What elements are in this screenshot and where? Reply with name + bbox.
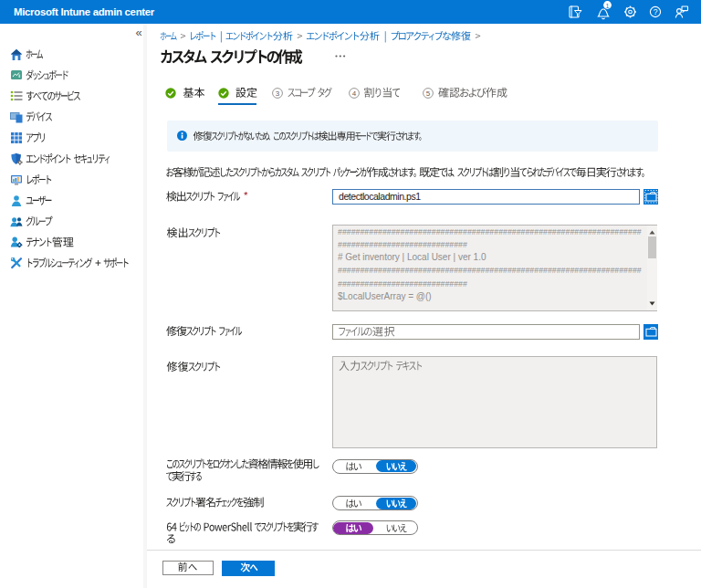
svg-text:4: 4 xyxy=(351,89,356,97)
svg-text:1: 1 xyxy=(606,3,610,9)
svg-text:3: 3 xyxy=(276,89,280,97)
svg-text:5: 5 xyxy=(425,89,430,97)
svg-text:?: ? xyxy=(654,7,658,16)
